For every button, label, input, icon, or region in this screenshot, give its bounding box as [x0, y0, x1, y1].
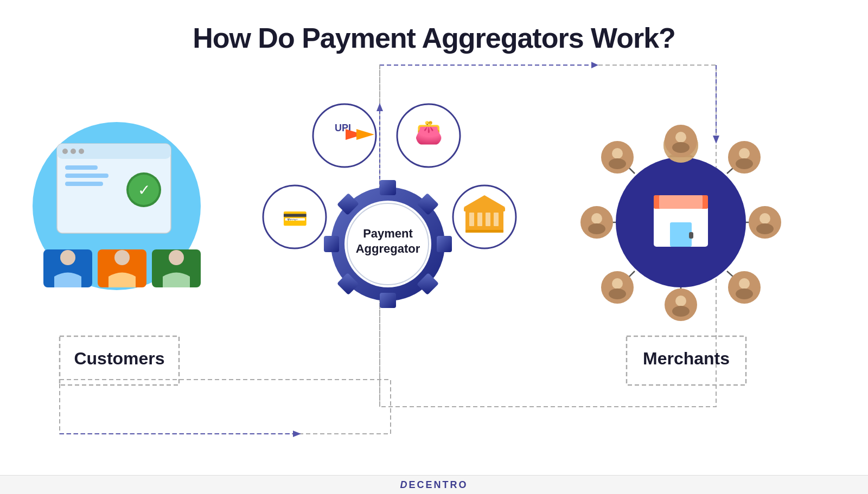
bottom-arrow-head	[293, 431, 301, 437]
user-bottom-head	[675, 296, 686, 306]
person3-body	[163, 273, 190, 288]
aggregator-text1: Payment	[363, 227, 413, 240]
user-bottomleft-head	[612, 278, 623, 289]
customers-bottom-box	[60, 380, 391, 434]
store-window	[670, 222, 692, 247]
user-topright-head	[739, 148, 750, 159]
user-topright-body	[736, 158, 753, 169]
person2-head	[114, 250, 130, 265]
user-bottom-body	[672, 306, 690, 317]
bank-col4	[494, 213, 499, 226]
person2-body	[108, 273, 136, 288]
customers-label: Customers	[74, 349, 164, 368]
store-awning-stripe	[659, 195, 703, 209]
person1-head	[60, 250, 75, 265]
user-left-body	[588, 223, 605, 234]
svg-rect-3	[324, 236, 339, 252]
browser-dot2	[71, 149, 76, 154]
user-left-head	[591, 213, 602, 224]
decentro-logo-rest: ECENTRO	[409, 479, 468, 490]
store-handle	[689, 232, 693, 239]
person3-head	[169, 250, 184, 265]
content-line2	[65, 174, 108, 178]
bank-col2	[477, 213, 482, 226]
up-arrow-head	[376, 103, 383, 111]
user-bottomright-body	[736, 288, 753, 299]
payment-aggregator-gear: Payment Aggregator	[297, 153, 478, 335]
bank-col3	[486, 213, 490, 226]
user-top-head	[675, 132, 686, 143]
wallet-icon: 👛	[414, 119, 443, 146]
merchants-label: Merchants	[643, 349, 730, 368]
user-right-head	[760, 213, 770, 224]
bank-col1	[469, 213, 474, 226]
bottom-bar: DECENTRO	[0, 475, 868, 494]
aggregator-text2: Aggregator	[356, 242, 420, 255]
right-arrow-head	[713, 136, 719, 144]
user-topleft-head	[612, 148, 623, 159]
svg-rect-1	[380, 293, 396, 308]
card-icon: 💳	[282, 206, 308, 231]
person1-body	[54, 273, 81, 288]
browser-dot1	[62, 149, 68, 154]
svg-rect-0	[380, 180, 396, 195]
bank-base	[465, 230, 503, 233]
user-topleft-body	[609, 158, 626, 169]
svg-rect-2	[437, 236, 452, 252]
browser-dot3	[79, 149, 84, 154]
user-bottomright-head	[739, 278, 750, 289]
decentro-logo-d: D	[400, 479, 409, 490]
user-bottomleft-body	[609, 288, 626, 299]
content-line3	[65, 182, 103, 186]
top-arrow-head	[591, 62, 598, 68]
bank-roof	[464, 207, 505, 211]
check-icon: ✓	[138, 182, 150, 198]
page-title: How Do Payment Aggregators Work?	[0, 0, 868, 54]
user-top-body	[672, 142, 690, 153]
decentro-logo: DECENTRO	[400, 479, 468, 491]
content-line1	[65, 165, 98, 170]
user-right-body	[756, 223, 774, 234]
